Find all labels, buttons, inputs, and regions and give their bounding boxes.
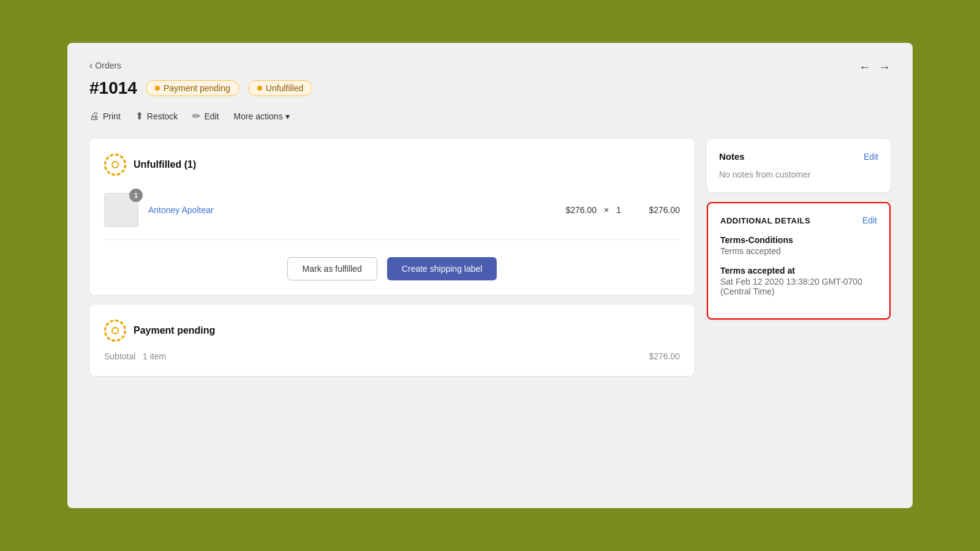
additional-details-header: ADDITIONAL DETAILS Edit: [720, 216, 877, 225]
payment-status-icon-inner: [111, 327, 119, 334]
notes-empty-text: No notes from customer: [719, 170, 810, 179]
more-actions-label: More actions: [234, 111, 283, 121]
back-label: Orders: [95, 61, 121, 70]
content-area: Unfulfilled (1) 1 Antoney Apoltear $276.…: [89, 139, 891, 376]
product-multiply-sign: ×: [604, 205, 609, 215]
order-number: #1014: [89, 78, 137, 98]
back-chevron-icon: ‹: [89, 60, 92, 71]
payment-status-dot: [155, 86, 160, 91]
terms-accepted-at-group: Terms accepted at Sat Feb 12 2020 13:38:…: [720, 266, 877, 296]
order-header: #1014 Payment pending Unfulfilled: [89, 78, 891, 98]
payment-status-label: Payment pending: [164, 83, 230, 93]
terms-conditions-group: Terms-Conditions Terms accepted: [720, 235, 877, 256]
unfulfilled-status-icon: [104, 154, 126, 176]
product-pricing: $276.00 × 1: [565, 205, 621, 215]
toolbar: 🖨 Print ⬆ Restock ✏ Edit More actions ▾: [89, 108, 891, 124]
notes-header: Notes Edit: [719, 151, 878, 162]
additional-details-title: ADDITIONAL DETAILS: [720, 216, 810, 225]
product-name[interactable]: Antoney Apoltear: [148, 205, 556, 215]
right-panel: Notes Edit No notes from customer ADDITI…: [707, 139, 891, 376]
restock-label: Restock: [147, 111, 178, 121]
unfulfilled-title: Unfulfilled (1): [134, 159, 196, 170]
fulfillment-status-badge: Unfulfilled: [248, 80, 312, 96]
terms-accepted-at-label: Terms accepted at: [720, 266, 877, 276]
product-quantity-badge: 1: [129, 189, 143, 202]
restock-button[interactable]: ⬆ Restock: [135, 108, 178, 124]
print-icon: 🖨: [89, 111, 99, 122]
edit-icon: ✏: [192, 110, 200, 122]
unfulfilled-card: Unfulfilled (1) 1 Antoney Apoltear $276.…: [89, 139, 695, 295]
subtotal-row: Subtotal 1 item $276.00: [104, 351, 680, 361]
print-label: Print: [103, 111, 121, 121]
restock-icon: ⬆: [135, 110, 143, 122]
product-total: $276.00: [631, 205, 680, 215]
print-button[interactable]: 🖨 Print: [89, 108, 121, 124]
card-actions: Mark as fulfilled Create shipping label: [104, 252, 680, 280]
create-shipping-label-button[interactable]: Create shipping label: [387, 257, 497, 280]
left-panel: Unfulfilled (1) 1 Antoney Apoltear $276.…: [89, 139, 695, 376]
next-order-button[interactable]: →: [878, 60, 891, 74]
edit-button[interactable]: ✏ Edit: [192, 108, 219, 124]
product-quantity: 1: [616, 205, 621, 215]
fulfillment-status-dot: [257, 86, 262, 91]
payment-title: Payment pending: [134, 325, 215, 336]
product-unit-price: $276.00: [565, 205, 597, 215]
nav-arrows: ← →: [859, 60, 891, 74]
subtotal-label: Subtotal 1 item: [104, 351, 166, 361]
prev-order-button[interactable]: ←: [859, 60, 871, 74]
back-link[interactable]: ‹ Orders: [89, 60, 891, 71]
mark-as-fulfilled-button[interactable]: Mark as fulfilled: [287, 257, 377, 280]
additional-details-edit-button[interactable]: Edit: [862, 216, 877, 225]
payment-status-badge: Payment pending: [146, 80, 239, 96]
unfulfilled-status-icon-inner: [111, 161, 119, 168]
notes-edit-button[interactable]: Edit: [864, 152, 878, 162]
terms-conditions-label: Terms-Conditions: [720, 235, 877, 245]
terms-accepted-at-value: Sat Feb 12 2020 13:38:20 GMT-0700 (Centr…: [720, 277, 877, 296]
product-row: 1 Antoney Apoltear $276.00 × 1 $276.00: [104, 188, 680, 240]
additional-details-card: ADDITIONAL DETAILS Edit Terms-Conditions…: [707, 202, 891, 320]
fulfillment-status-label: Unfulfilled: [266, 83, 303, 93]
unfulfilled-card-header: Unfulfilled (1): [104, 154, 680, 176]
notes-title: Notes: [719, 151, 745, 162]
payment-card-header: Payment pending: [104, 320, 680, 342]
more-actions-button[interactable]: More actions ▾: [234, 109, 290, 124]
product-thumbnail: 1: [104, 193, 138, 227]
edit-label: Edit: [204, 111, 219, 121]
payment-card: Payment pending Subtotal 1 item $276.00: [89, 305, 695, 376]
more-actions-chevron-icon: ▾: [285, 111, 290, 121]
terms-conditions-value: Terms accepted: [720, 246, 877, 256]
payment-status-icon: [104, 320, 126, 342]
notes-card: Notes Edit No notes from customer: [707, 139, 891, 192]
main-container: ← → ‹ Orders #1014 Payment pending Unful…: [67, 43, 913, 508]
subtotal-value: $276.00: [649, 351, 680, 361]
